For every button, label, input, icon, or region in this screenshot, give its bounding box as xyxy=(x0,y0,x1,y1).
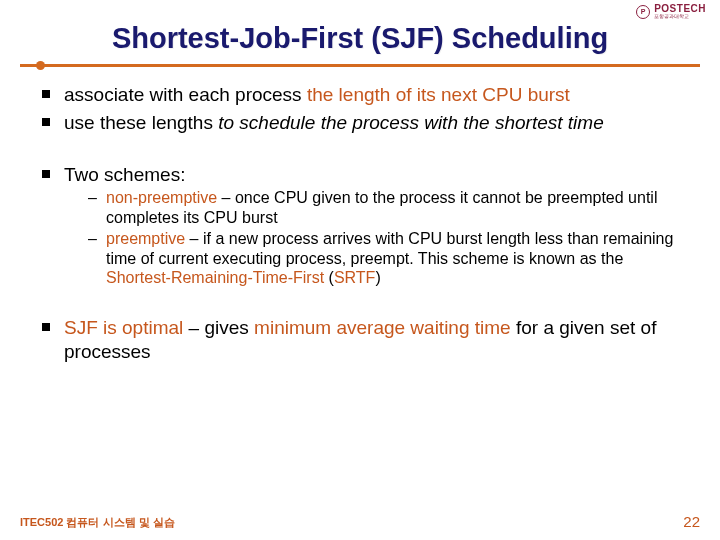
text-highlight: non-preemptive xyxy=(106,189,217,206)
slide-content: associate with each process the length o… xyxy=(0,69,720,363)
sub-preemptive: preemptive – if a new process arrives wi… xyxy=(64,229,684,288)
logo-emblem-icon: P xyxy=(636,5,650,19)
text-highlight: Shortest-Remaining-Time-First xyxy=(106,269,324,286)
text: use these lengths xyxy=(64,112,218,133)
text-highlight: SRTF xyxy=(334,269,375,286)
text: ( xyxy=(324,269,334,286)
text: associate with each process xyxy=(64,84,307,105)
text: Two schemes: xyxy=(64,164,185,185)
text: – if a new process arrives with CPU burs… xyxy=(106,230,673,267)
bullet-use-lengths: use these lengths to schedule the proces… xyxy=(36,111,684,135)
text: – gives xyxy=(183,317,254,338)
footer-page-number: 22 xyxy=(683,513,700,530)
bullet-two-schemes: Two schemes: non-preemptive – once CPU g… xyxy=(36,163,684,288)
institution-logo: P POSTECH 포항공과대학교 xyxy=(636,4,706,19)
text-highlight: preemptive xyxy=(106,230,185,247)
footer-course: ITEC502 컴퓨터 시스템 및 실습 xyxy=(20,515,175,530)
slide-footer: ITEC502 컴퓨터 시스템 및 실습 22 xyxy=(0,513,720,530)
text-highlight: minimum average waiting time xyxy=(254,317,511,338)
sub-non-preemptive: non-preemptive – once CPU given to the p… xyxy=(64,188,684,227)
logo-sub-text: 포항공과대학교 xyxy=(654,14,706,19)
bullet-associate: associate with each process the length o… xyxy=(36,83,684,107)
text: ) xyxy=(375,269,380,286)
bullet-sjf-optimal: SJF is optimal – gives minimum average w… xyxy=(36,316,684,364)
page-title: Shortest-Job-First (SJF) Scheduling xyxy=(20,22,700,55)
text-italic: to schedule the process with the shortes… xyxy=(218,112,603,133)
title-underline xyxy=(20,61,700,69)
text-highlight: the length of its next CPU burst xyxy=(307,84,570,105)
text-highlight: SJF is optimal xyxy=(64,317,183,338)
